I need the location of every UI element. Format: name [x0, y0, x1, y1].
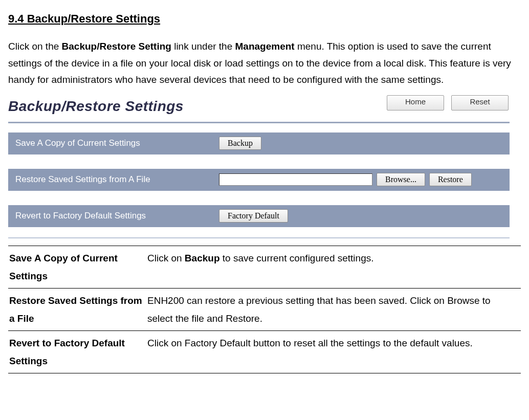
intro-paragraph: Click on the Backup/Restore Setting link…	[8, 38, 521, 88]
backup-button[interactable]: Backup	[219, 137, 261, 150]
settings-panel-screenshot: Backup/Restore Settings Home Reset Save …	[8, 92, 510, 238]
term-save: Save A Copy of Current Settings	[8, 246, 146, 288]
reset-button[interactable]: Reset	[451, 95, 509, 110]
desc-save: Click on Backup to save current configur…	[146, 246, 521, 288]
intro-bold-menu: Management	[235, 41, 295, 52]
intro-bold-link: Backup/Restore Setting	[62, 41, 171, 52]
intro-text: link under the	[171, 41, 235, 52]
term-revert: Revert to Factory Default Settings	[8, 331, 146, 373]
table-row: Save A Copy of Current Settings Click on…	[8, 246, 521, 288]
row-controls-save: Backup	[213, 132, 510, 154]
row-controls-restore: Browse... Restore	[213, 169, 510, 191]
description-table: Save A Copy of Current Settings Click on…	[8, 246, 521, 374]
row-controls-revert: Factory Default	[213, 205, 510, 227]
desc-revert: Click on Factory Default button to reset…	[146, 331, 521, 373]
browse-button[interactable]: Browse...	[377, 173, 425, 186]
row-restore-settings: Restore Saved Settings from A File Brows…	[8, 169, 510, 191]
table-row: Revert to Factory Default Settings Click…	[8, 331, 521, 373]
panel-header: Backup/Restore Settings Home Reset	[8, 92, 510, 122]
factory-default-button[interactable]: Factory Default	[219, 209, 288, 223]
desc-text: to save current configured settings.	[220, 253, 374, 263]
home-button[interactable]: Home	[387, 95, 444, 110]
section-heading: 9.4 Backup/Restore Settings	[8, 9, 521, 28]
desc-text: Click on	[147, 253, 185, 263]
restore-button[interactable]: Restore	[429, 173, 472, 186]
desc-bold: Backup	[185, 253, 220, 263]
table-row: Restore Saved Settings from a File ENH20…	[8, 288, 521, 330]
row-label-restore: Restore Saved Settings from A File	[8, 169, 213, 191]
divider-bottom	[8, 237, 510, 238]
restore-file-input[interactable]	[219, 173, 372, 186]
row-label-save: Save A Copy of Current Settings	[8, 132, 213, 154]
desc-restore: ENH200 can restore a previous setting th…	[146, 288, 521, 330]
panel-top-buttons: Home Reset	[387, 95, 509, 110]
divider	[8, 122, 510, 123]
row-label-revert: Revert to Factory Default Settings	[8, 205, 213, 227]
row-revert-settings: Revert to Factory Default Settings Facto…	[8, 205, 510, 227]
row-save-settings: Save A Copy of Current Settings Backup	[8, 132, 510, 154]
term-restore: Restore Saved Settings from a File	[8, 288, 146, 330]
intro-text: Click on the	[8, 41, 62, 52]
panel-title: Backup/Restore Settings	[8, 94, 184, 119]
